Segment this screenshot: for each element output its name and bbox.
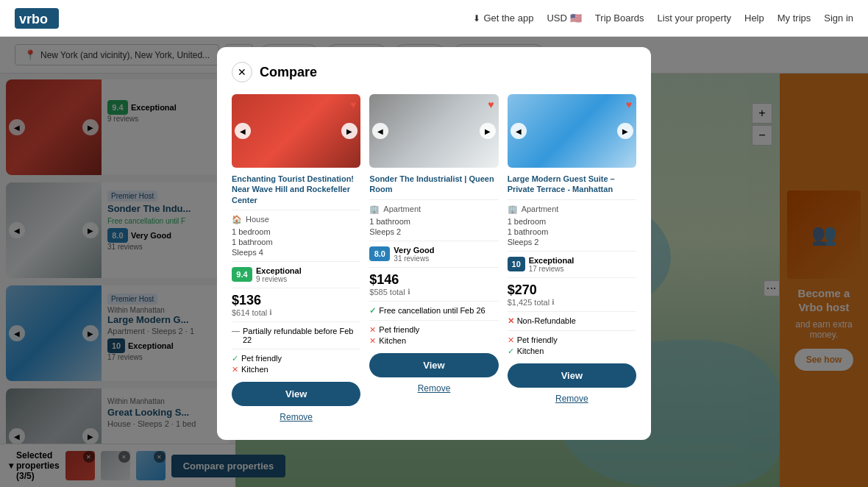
- prev-image-button[interactable]: ◀: [511, 123, 527, 139]
- property-name: Sonder The Industrialist | Queen Room: [369, 174, 498, 195]
- price-main: $270: [508, 282, 636, 298]
- kitchen-row: ✕ Kitchen: [232, 365, 360, 374]
- score-label: Exceptional: [256, 266, 302, 275]
- header: vrbo ⬇ Get the app USD 🇺🇸 Trip Boards Li…: [0, 0, 868, 37]
- score-label: Exceptional: [529, 256, 574, 265]
- svg-text:vrbo: vrbo: [19, 12, 48, 26]
- currency-selector[interactable]: USD 🇺🇸: [547, 13, 581, 24]
- favorite-button[interactable]: ♥: [350, 99, 356, 110]
- property-comparison-grid: ◀ ▶ ♥ Enchanting Tourist Destination! Ne…: [232, 94, 636, 425]
- pet-friendly-row: ✕ Pet friendly: [508, 335, 636, 345]
- view-property-1-button[interactable]: View: [232, 382, 360, 406]
- flag-icon: 🇺🇸: [570, 13, 582, 24]
- price-main: $136: [232, 293, 360, 308]
- score-row: 10 Exceptional 17 reviews: [508, 256, 636, 273]
- check-icon: ✓: [369, 306, 376, 316]
- check-icon: ✓: [508, 346, 514, 356]
- property-image-3: ◀ ▶ ♥: [508, 94, 636, 168]
- property-image-1: ◀ ▶ ♥: [232, 94, 360, 168]
- remove-property-3-button[interactable]: Remove: [508, 391, 636, 407]
- next-image-button[interactable]: ▶: [480, 123, 496, 139]
- score-label: Very Good: [394, 246, 434, 255]
- refund-policy: — Partially refundable before Feb 22: [232, 327, 360, 344]
- reviews-count: 31 reviews: [394, 255, 434, 263]
- bathroom-count: 1 bathroom: [232, 238, 360, 246]
- trip-boards-link[interactable]: Trip Boards: [595, 13, 644, 24]
- cross-icon: ✕: [508, 316, 514, 326]
- kitchen-row: ✓ Kitchen: [508, 346, 636, 356]
- price-total: $1,425 total ℹ: [508, 298, 636, 307]
- help-link[interactable]: Help: [744, 13, 764, 24]
- property-image-2: ◀ ▶ ♥: [369, 94, 498, 168]
- remove-property-2-button[interactable]: Remove: [369, 380, 498, 397]
- property-name: Enchanting Tourist Destination! Near Wav…: [232, 174, 360, 205]
- score-badge: 8.0: [369, 246, 390, 261]
- header-nav: ⬇ Get the app USD 🇺🇸 Trip Boards List yo…: [473, 13, 853, 24]
- cross-icon: ✕: [369, 325, 376, 335]
- reviews-count: 9 reviews: [256, 275, 302, 283]
- cross-icon: ✕: [232, 365, 238, 374]
- vrbo-logo-icon: vrbo: [15, 8, 59, 29]
- next-image-button[interactable]: ▶: [341, 123, 357, 139]
- info-icon: ℹ: [552, 298, 555, 306]
- sleeps-count: Sleeps 2: [369, 227, 498, 236]
- property-type-row: 🏠 House: [232, 215, 360, 224]
- my-trips-link[interactable]: My trips: [778, 13, 811, 24]
- score-badge: 9.4: [232, 267, 252, 282]
- price-main: $146: [369, 272, 498, 288]
- bathroom-count: 1 bathroom: [369, 217, 498, 226]
- price-total: $585 total ℹ: [369, 288, 498, 296]
- pet-friendly-row: ✕ Pet friendly: [369, 325, 498, 335]
- property-type-row: 🏢 Apartment: [508, 205, 636, 214]
- compare-modal: ✕ Compare ◀ ▶ ♥ Enchanting Tourist Desti…: [217, 47, 651, 440]
- property-name: Large Modern Guest Suite – Private Terra…: [508, 174, 636, 195]
- prev-image-button[interactable]: ◀: [235, 123, 251, 139]
- apartment-icon: 🏢: [369, 205, 380, 214]
- favorite-button[interactable]: ♥: [488, 99, 494, 110]
- score-row: 8.0 Very Good 31 reviews: [369, 246, 498, 263]
- info-icon: ℹ: [269, 308, 272, 316]
- reviews-count: 17 reviews: [529, 265, 574, 273]
- prev-image-button[interactable]: ◀: [372, 123, 388, 139]
- property-type-row: 🏢 Apartment: [369, 205, 498, 214]
- pet-friendly-row: ✓ Pet friendly: [232, 354, 360, 363]
- cross-icon: ✕: [508, 335, 514, 345]
- modal-header: ✕ Compare: [232, 62, 636, 82]
- list-property-link[interactable]: List your property: [658, 13, 731, 24]
- check-icon: ✓: [232, 354, 238, 363]
- cross-icon: ✕: [369, 336, 376, 346]
- apartment-icon: 🏢: [508, 205, 518, 214]
- sleeps-count: Sleeps 4: [232, 248, 360, 257]
- bedroom-count: 1 bedroom: [232, 227, 360, 236]
- info-icon: ℹ: [408, 288, 410, 296]
- logo[interactable]: vrbo: [15, 8, 59, 29]
- download-icon: ⬇: [473, 13, 480, 24]
- next-image-button[interactable]: ▶: [617, 123, 633, 139]
- modal-title: Compare: [260, 65, 317, 80]
- property-column-1: ◀ ▶ ♥ Enchanting Tourist Destination! Ne…: [232, 94, 360, 425]
- sign-in-link[interactable]: Sign in: [824, 13, 853, 24]
- score-row: 9.4 Exceptional 9 reviews: [232, 266, 360, 283]
- price-total: $614 total ℹ: [232, 308, 360, 317]
- get-app-link[interactable]: ⬇ Get the app: [473, 13, 533, 24]
- property-column-2: ◀ ▶ ♥ Sonder The Industrialist | Queen R…: [369, 94, 498, 425]
- kitchen-row: ✕ Kitchen: [369, 336, 498, 346]
- bathroom-count: 1 bathroom: [508, 227, 636, 236]
- bedroom-count: 1 bedroom: [508, 217, 636, 226]
- refund-policy: ✓ Free cancellation until Feb 26: [369, 306, 498, 316]
- modal-close-button[interactable]: ✕: [232, 62, 252, 82]
- view-property-2-button[interactable]: View: [369, 353, 498, 377]
- modal-overlay[interactable]: ✕ Compare ◀ ▶ ♥ Enchanting Tourist Desti…: [0, 0, 868, 487]
- remove-property-1-button[interactable]: Remove: [232, 409, 360, 425]
- dash-icon: —: [232, 327, 240, 335]
- sleeps-count: Sleeps 2: [508, 238, 636, 246]
- house-icon: 🏠: [232, 215, 242, 224]
- refund-policy: ✕ Non-Refundable: [508, 316, 636, 326]
- favorite-button[interactable]: ♥: [626, 99, 632, 110]
- view-property-3-button[interactable]: View: [508, 363, 636, 388]
- score-badge: 10: [508, 257, 525, 271]
- property-column-3: ◀ ▶ ♥ Large Modern Guest Suite – Private…: [508, 94, 636, 425]
